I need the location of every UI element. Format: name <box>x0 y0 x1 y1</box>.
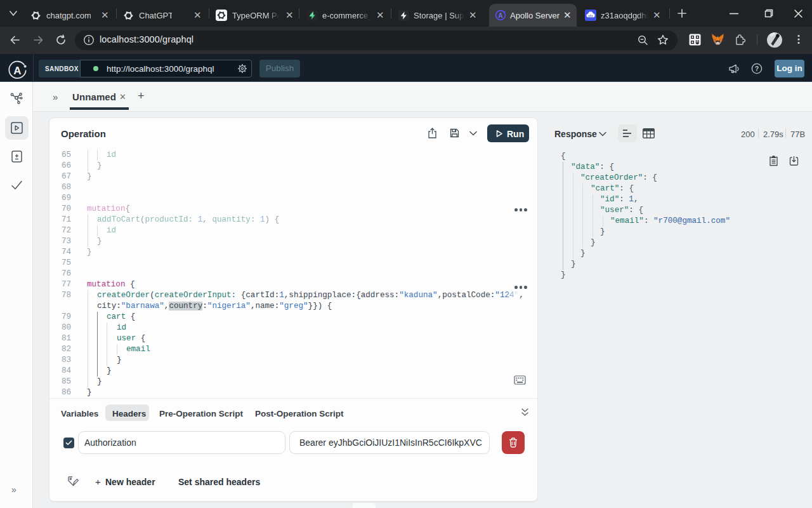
svg-text:A: A <box>498 12 503 19</box>
svg-text:?: ? <box>755 65 759 72</box>
svg-text:A: A <box>13 65 21 77</box>
